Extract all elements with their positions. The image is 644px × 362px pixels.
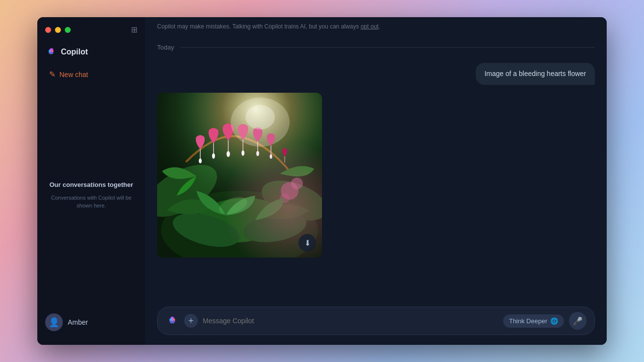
svg-point-24: [173, 318, 175, 321]
microphone-icon: 🎤: [573, 316, 583, 326]
brand: Copilot: [37, 42, 145, 66]
close-button[interactable]: [45, 27, 51, 33]
user-name: Amber: [68, 318, 88, 326]
date-line: [180, 47, 595, 48]
new-chat-label: New chat: [59, 71, 88, 78]
date-divider: Today: [157, 44, 595, 51]
input-container: + Think Deeper 🌐 🎤: [157, 307, 595, 335]
plus-icon: +: [188, 316, 194, 326]
messages-container: Image of a bleeding hearts flower: [157, 63, 595, 258]
download-icon: ⬇: [304, 238, 311, 248]
new-chat-button[interactable]: ✎ New chat: [41, 66, 141, 83]
minimize-button[interactable]: [55, 27, 61, 33]
disclaimer-text: Copilot may make mistakes. Talking with …: [157, 23, 361, 30]
svg-point-1: [52, 50, 54, 52]
download-button[interactable]: ⬇: [298, 234, 316, 252]
conversations-section: Our conversations together Conversations…: [37, 173, 145, 217]
think-deeper-label: Think Deeper: [509, 317, 547, 325]
sidebar-spacer: [37, 83, 145, 173]
window-controls: ⊞: [37, 25, 145, 42]
think-deeper-icon: 🌐: [550, 317, 558, 325]
maximize-button[interactable]: [65, 27, 71, 33]
disclaimer-bar: Copilot may make mistakes. Talking with …: [145, 17, 607, 36]
input-area: + Think Deeper 🌐 🎤: [145, 301, 607, 345]
microphone-button[interactable]: 🎤: [569, 312, 587, 330]
svg-point-23: [169, 318, 172, 321]
avatar-icon: 👤: [49, 317, 59, 328]
add-attachment-button[interactable]: +: [184, 314, 198, 328]
brand-name: Copilot: [61, 48, 88, 56]
new-chat-icon: ✎: [49, 70, 55, 79]
user-message-bubble: Image of a bleeding hearts flower: [476, 63, 595, 85]
sidebar-toggle-icon[interactable]: ⊞: [131, 25, 137, 34]
user-message-text: Image of a bleeding hearts flower: [484, 70, 586, 78]
image-wrapper: ⬇: [157, 93, 322, 258]
svg-point-0: [49, 50, 51, 52]
opt-out-link[interactable]: opt out: [361, 23, 379, 30]
chat-area: Today Image of a bleeding hearts flower: [145, 36, 607, 301]
conversations-subtitle: Conversations with Copilot will be shown…: [45, 194, 137, 210]
app-window: ⊞ Copilot ✎ New chat Our conversations: [37, 17, 607, 345]
main-content: Copilot may make mistakes. Talking with …: [145, 17, 607, 345]
message-input[interactable]: [203, 317, 498, 325]
user-section: 👤 Amber: [37, 308, 145, 337]
input-copilot-logo: [165, 314, 179, 328]
avatar[interactable]: 👤: [45, 313, 63, 331]
conversations-title: Our conversations together: [45, 181, 137, 189]
disclaimer-end: .: [378, 23, 380, 30]
user-message: Image of a bleeding hearts flower: [157, 63, 595, 85]
ai-message: ⬇: [157, 93, 595, 258]
copilot-logo: [45, 46, 57, 58]
think-deeper-button[interactable]: Think Deeper 🌐: [503, 314, 564, 328]
generated-image: [157, 93, 322, 258]
date-label: Today: [157, 44, 174, 51]
sidebar-spacer-2: [37, 218, 145, 308]
svg-point-22: [245, 105, 275, 129]
sidebar: ⊞ Copilot ✎ New chat Our conversations: [37, 17, 145, 345]
